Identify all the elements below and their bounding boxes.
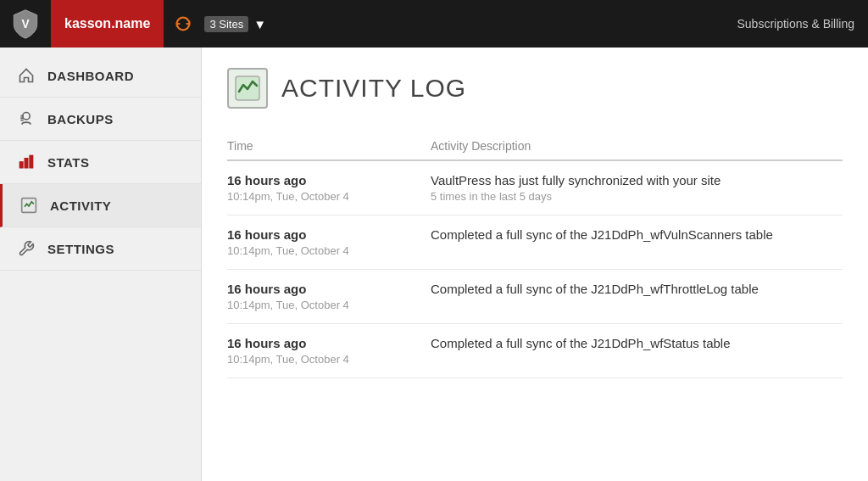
time-primary: 16 hours ago [227, 227, 420, 242]
sites-count: 3 Sites [204, 16, 248, 32]
svg-rect-2 [20, 162, 23, 168]
svg-text:V: V [21, 18, 30, 31]
time-secondary: 10:14pm, Tue, October 4 [227, 299, 420, 311]
desc-primary: Completed a full sync of the J21DdPh_wfS… [431, 336, 832, 350]
sidebar-settings-label: SETTINGS [47, 242, 114, 256]
desc-secondary: 5 times in the last 5 days [431, 190, 832, 203]
sidebar-stats-label: STATS [47, 155, 89, 170]
sidebar-item-dashboard[interactable]: DASHBOARD [0, 54, 201, 98]
time-primary: 16 hours ago [227, 173, 420, 187]
page-header: ACTIVITY LOG [227, 68, 843, 109]
table-row: 16 hours ago 10:14pm, Tue, October 4 Vau… [227, 160, 843, 215]
content-area: ACTIVITY LOG Time Activity Description 1… [202, 48, 868, 481]
desc-primary: VaultPress has just fully synchronized w… [431, 173, 832, 187]
site-name: kasson.name [51, 0, 164, 48]
main-layout: DASHBOARD BACKUPS STATS [0, 48, 868, 481]
sidebar-activity-label: ACTIVITY [50, 199, 111, 213]
home-icon [17, 66, 36, 85]
subscriptions-billing-link[interactable]: Subscriptions & Billing [737, 17, 868, 31]
logo-area: V [0, 0, 51, 48]
table-row: 16 hours ago 10:14pm, Tue, October 4 Com… [227, 215, 843, 270]
sidebar-backups-label: BACKUPS [47, 112, 114, 126]
sidebar-item-settings[interactable]: SETTINGS [0, 227, 201, 271]
sync-icon[interactable] [174, 14, 192, 33]
desc-primary: Completed a full sync of the J21DdPh_wfT… [431, 282, 832, 296]
sidebar: DASHBOARD BACKUPS STATS [0, 48, 202, 481]
col-header-description: Activity Description [431, 132, 843, 160]
activity-table: Time Activity Description 16 hours ago 1… [227, 132, 843, 378]
time-secondary: 10:14pm, Tue, October 4 [227, 190, 420, 203]
time-primary: 16 hours ago [227, 282, 420, 296]
chevron-down-icon: ▼ [253, 17, 266, 31]
page-title: ACTIVITY LOG [281, 74, 466, 103]
activity-log-icon [227, 68, 268, 109]
activity-icon [19, 196, 38, 215]
sidebar-item-backups[interactable]: BACKUPS [0, 98, 201, 141]
table-row: 16 hours ago 10:14pm, Tue, October 4 Com… [227, 270, 843, 324]
backups-icon [17, 109, 36, 128]
col-header-time: Time [227, 132, 431, 160]
settings-wrench-icon [17, 239, 36, 258]
time-primary: 16 hours ago [227, 336, 420, 350]
svg-rect-4 [30, 156, 32, 168]
vaultpress-logo-icon: V [10, 8, 41, 39]
svg-rect-3 [25, 159, 27, 168]
stats-icon [17, 153, 36, 171]
time-secondary: 10:14pm, Tue, October 4 [227, 353, 420, 366]
top-nav: V kasson.name 3 Sites ▼ Subscriptions & … [0, 0, 868, 48]
svg-point-1 [23, 113, 30, 120]
desc-primary: Completed a full sync of the J21DdPh_wfV… [431, 227, 832, 242]
time-secondary: 10:14pm, Tue, October 4 [227, 244, 420, 257]
sidebar-dashboard-label: DASHBOARD [47, 69, 134, 83]
sidebar-item-stats[interactable]: STATS [0, 141, 201, 184]
sidebar-item-activity[interactable]: ACTIVITY [0, 184, 201, 227]
table-row: 16 hours ago 10:14pm, Tue, October 4 Com… [227, 324, 843, 378]
sites-dropdown-button[interactable]: 3 Sites ▼ [204, 16, 266, 32]
